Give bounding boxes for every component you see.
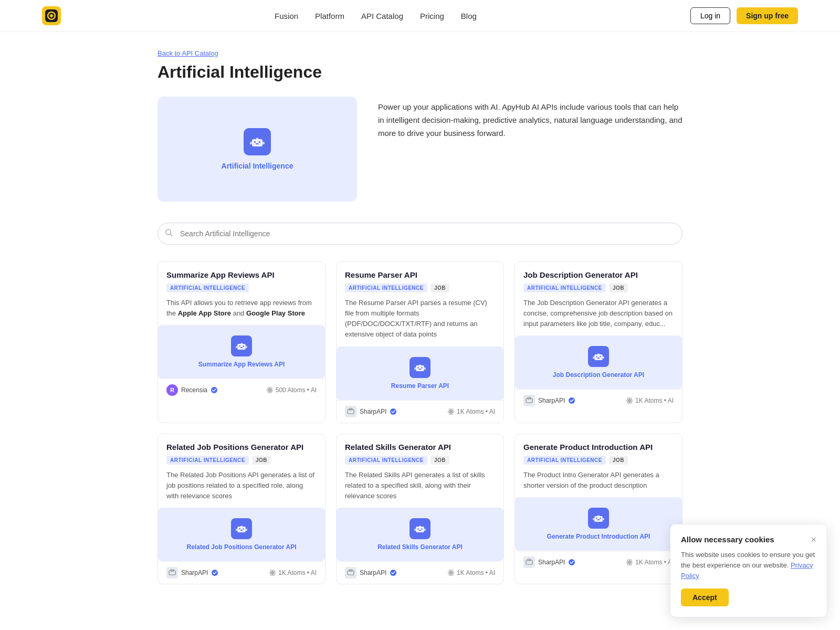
verified-icon xyxy=(568,559,575,566)
card-footer: R Recensia 500 Atoms • AI xyxy=(158,379,325,401)
svg-rect-10 xyxy=(250,142,252,144)
card-preview-icon xyxy=(410,357,430,378)
card-content: Related Job Positions Generator API ARTI… xyxy=(158,434,325,501)
svg-point-62 xyxy=(241,525,242,526)
card-tags: ARTIFICIAL INTELLIGENCEJOB xyxy=(345,284,495,292)
svg-point-77 xyxy=(419,525,421,526)
login-button[interactable]: Log in xyxy=(690,7,730,24)
svg-rect-64 xyxy=(246,529,247,531)
card-preview-label: Resume Parser API xyxy=(391,382,449,390)
verified-icon xyxy=(390,408,397,415)
card-preview: Resume Parser API xyxy=(337,346,503,400)
cookie-close-button[interactable]: × xyxy=(811,535,816,544)
nav-link-pricing[interactable]: Pricing xyxy=(420,12,444,20)
svg-point-53 xyxy=(628,400,631,402)
svg-point-68 xyxy=(271,572,274,574)
card-preview-label: Generate Product Introduction API xyxy=(547,533,650,540)
api-card[interactable]: Job Description Generator API ARTIFICIAL… xyxy=(514,261,682,423)
svg-rect-87 xyxy=(594,516,603,522)
card-content: Summarize App Reviews API ARTIFICIAL INT… xyxy=(158,262,325,319)
svg-rect-57 xyxy=(237,527,246,532)
atoms-value: 1K Atoms • AI xyxy=(635,397,674,404)
api-card[interactable]: Resume Parser API ARTIFICIAL INTELLIGENC… xyxy=(336,261,504,423)
svg-rect-27 xyxy=(416,365,424,371)
card-title: Job Description Generator API xyxy=(523,270,674,279)
svg-point-9 xyxy=(257,137,258,139)
api-card[interactable]: Related Skills Generator API ARTIFICIAL … xyxy=(336,434,504,584)
atoms-icon xyxy=(266,386,274,394)
atoms-icon xyxy=(447,408,455,415)
provider-info: SharpAPI xyxy=(166,567,218,579)
nav-link-fusion[interactable]: Fusion xyxy=(275,12,298,20)
search-input[interactable] xyxy=(158,223,682,245)
provider-avatar xyxy=(166,567,178,579)
card-robot-icon xyxy=(236,523,247,534)
tag-ai: ARTIFICIAL INTELLIGENCE xyxy=(166,456,249,465)
breadcrumb[interactable]: Back to API Catalog xyxy=(158,49,218,57)
atoms-value: 500 Atoms • AI xyxy=(276,386,317,394)
svg-rect-11 xyxy=(262,142,265,144)
svg-rect-7 xyxy=(256,143,259,144)
svg-point-3 xyxy=(50,14,53,17)
svg-rect-49 xyxy=(603,356,604,359)
svg-rect-90 xyxy=(597,519,600,520)
logo-icon xyxy=(42,6,61,25)
card-preview-label: Related Skills Generator API xyxy=(377,543,463,551)
svg-rect-78 xyxy=(414,529,416,531)
verified-icon xyxy=(211,569,218,576)
provider-avatar xyxy=(345,406,356,417)
hero-icon-box xyxy=(244,128,271,155)
svg-rect-43 xyxy=(596,356,597,358)
atoms-info: 1K Atoms • AI xyxy=(626,397,674,404)
svg-rect-5 xyxy=(254,141,256,143)
card-preview-icon xyxy=(410,518,430,539)
nav-link-platform[interactable]: Platform xyxy=(315,12,344,20)
tag-job: JOB xyxy=(252,456,271,465)
svg-rect-14 xyxy=(237,344,246,350)
hero-image-card: Artificial Intelligence xyxy=(158,97,357,202)
card-preview: Generate Product Introduction API xyxy=(515,497,682,551)
card-title: Summarize App Reviews API xyxy=(166,270,317,279)
search-container xyxy=(158,223,682,245)
verified-icon xyxy=(568,397,575,404)
signup-button[interactable]: Sign up free xyxy=(737,7,798,24)
provider-name: SharpAPI xyxy=(538,397,565,404)
card-title: Resume Parser API xyxy=(345,270,495,279)
card-description: This API allows you to retrieve app revi… xyxy=(166,298,317,319)
svg-rect-88 xyxy=(596,518,597,519)
card-preview: Related Skills Generator API xyxy=(337,508,503,561)
svg-point-38 xyxy=(450,411,452,413)
card-tags: ARTIFICIAL INTELLIGENCEJOB xyxy=(166,456,317,465)
card-preview-label: Job Description Generator API xyxy=(553,371,644,379)
atoms-info: 1K Atoms • AI xyxy=(626,559,674,566)
tag-ai: ARTIFICIAL INTELLIGENCE xyxy=(345,284,427,292)
page-title: Artificial Intelligence xyxy=(158,62,682,82)
provider-avatar xyxy=(345,567,356,579)
cookie-banner: Allow necessary cookies × This website u… xyxy=(670,524,827,616)
card-robot-icon xyxy=(414,362,426,373)
verified-icon xyxy=(211,386,218,394)
svg-rect-21 xyxy=(246,346,247,348)
provider-info: SharpAPI xyxy=(523,395,575,406)
cards-grid: Summarize App Reviews API ARTIFICIAL INT… xyxy=(158,261,682,584)
card-robot-icon xyxy=(236,340,247,352)
atoms-info: 1K Atoms • AI xyxy=(447,569,495,576)
tag-job: JOB xyxy=(430,456,449,465)
nav-link-blog[interactable]: Blog xyxy=(461,12,477,20)
svg-rect-42 xyxy=(594,354,603,360)
logo[interactable] xyxy=(42,6,61,25)
card-content: Resume Parser API ARTIFICIAL INTELLIGENC… xyxy=(337,262,503,340)
svg-rect-48 xyxy=(593,356,594,359)
hero-description: Power up your applications with AI. ApyH… xyxy=(378,97,682,140)
cookie-text: This website uses cookies to ensure you … xyxy=(681,550,816,581)
api-card[interactable]: Generate Product Introduction API ARTIFI… xyxy=(514,434,682,584)
api-card[interactable]: Related Job Positions Generator API ARTI… xyxy=(158,434,326,584)
provider-avatar xyxy=(523,556,535,568)
svg-rect-44 xyxy=(600,356,601,358)
cookie-accept-button[interactable]: Accept xyxy=(681,589,729,606)
tag-ai: ARTIFICIAL INTELLIGENCE xyxy=(523,456,606,465)
svg-rect-34 xyxy=(424,368,426,370)
nav-link-api-catalog[interactable]: API Catalog xyxy=(361,12,403,20)
card-footer: SharpAPI 1K Atoms • AI xyxy=(337,561,503,584)
api-card[interactable]: Summarize App Reviews API ARTIFICIAL INT… xyxy=(158,261,326,423)
